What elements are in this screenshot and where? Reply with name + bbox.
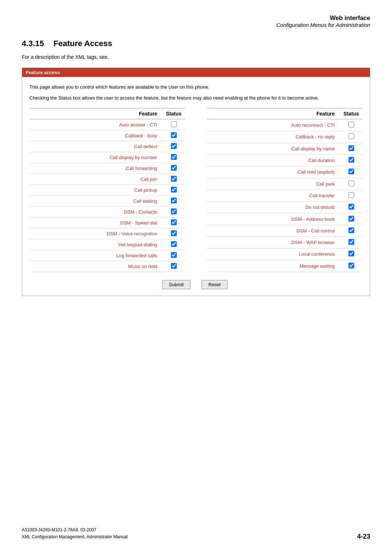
right-checkbox-10[interactable]	[348, 239, 354, 245]
left-status-cell[interactable]	[162, 261, 185, 272]
left-table-row: DSM - Voice recognition	[29, 228, 185, 239]
left-checkbox-5[interactable]	[171, 176, 177, 182]
right-status-cell[interactable]	[340, 166, 363, 178]
footer-page-number: 4-23	[357, 533, 370, 540]
left-status-cell[interactable]	[162, 228, 185, 239]
right-status-cell[interactable]	[340, 202, 363, 213]
right-status-cell[interactable]	[340, 225, 363, 236]
left-table-row: Log forwarded calls	[29, 250, 185, 261]
right-checkbox-6[interactable]	[348, 192, 354, 198]
left-status-header: Status	[162, 108, 185, 119]
left-table-row: Call deflect	[29, 141, 185, 152]
right-table-row: Local conference	[207, 248, 363, 260]
right-status-cell[interactable]	[340, 237, 363, 248]
left-status-cell[interactable]	[162, 218, 185, 228]
right-checkbox-11[interactable]	[348, 251, 354, 256]
page-footer: A31003-J4260-M101-2-76A9, 03-2007 XML Co…	[22, 527, 370, 540]
right-table-row: DSM - WAP browser	[207, 237, 363, 248]
left-status-cell[interactable]	[162, 207, 185, 218]
right-checkbox-7[interactable]	[348, 204, 354, 210]
left-checkbox-13[interactable]	[171, 263, 177, 269]
left-feature-header: Feature	[29, 108, 162, 119]
left-status-cell[interactable]	[162, 141, 185, 152]
left-table-row: Music on hold	[29, 261, 185, 272]
left-checkbox-11[interactable]	[171, 241, 177, 247]
right-table-row: DSM - Call control	[207, 225, 363, 236]
right-checkbox-12[interactable]	[348, 263, 354, 268]
desc1: This page allows you to control which fe…	[29, 84, 363, 91]
right-feature-name: DSM - Address book	[207, 213, 340, 225]
left-checkbox-7[interactable]	[171, 198, 177, 203]
left-feature-name: Call forwarding	[29, 163, 162, 174]
right-feature-table: Feature Status Auto reconnect - CTICallb…	[207, 108, 363, 272]
table-separator	[192, 108, 200, 272]
left-status-cell[interactable]	[162, 119, 185, 130]
right-table-row: Do not disturb	[207, 202, 363, 213]
right-status-cell[interactable]	[340, 143, 363, 154]
left-feature-name: Auto answer - CTI	[29, 119, 162, 130]
left-checkbox-6[interactable]	[171, 187, 177, 193]
left-checkbox-3[interactable]	[171, 154, 177, 160]
left-table-row: DSM - Speed dial	[29, 218, 185, 228]
left-feature-name: Hot keypad dialing	[29, 239, 162, 250]
left-checkbox-1[interactable]	[171, 132, 177, 138]
left-status-cell[interactable]	[162, 185, 185, 196]
right-feature-name: Local conference	[207, 248, 340, 260]
footer-left: A31003-J4260-M101-2-76A9, 03-2007 XML Co…	[22, 527, 128, 540]
right-checkbox-3[interactable]	[348, 157, 354, 163]
right-status-cell[interactable]	[340, 178, 363, 190]
left-feature-name: Callback - busy	[29, 130, 162, 141]
right-status-cell[interactable]	[340, 213, 363, 225]
left-status-cell[interactable]	[162, 239, 185, 250]
right-status-cell[interactable]	[340, 260, 363, 272]
left-checkbox-12[interactable]	[171, 252, 177, 258]
right-feature-name: Auto reconnect - CTI	[207, 119, 340, 131]
left-status-cell[interactable]	[162, 130, 185, 141]
left-checkbox-4[interactable]	[171, 165, 177, 171]
left-checkbox-8[interactable]	[171, 208, 177, 214]
right-checkbox-9[interactable]	[348, 227, 354, 233]
left-status-cell[interactable]	[162, 163, 185, 174]
left-table-row: Auto answer - CTI	[29, 119, 185, 130]
right-feature-name: Call hold (explicit)	[207, 166, 340, 178]
submit-button[interactable]: Submit	[162, 280, 191, 289]
footer-line1: A31003-J4260-M101-2-76A9, 03-2007	[22, 527, 128, 534]
right-status-cell[interactable]	[340, 119, 363, 131]
right-feature-name: Call display by name	[207, 143, 340, 154]
left-checkbox-9[interactable]	[171, 219, 177, 225]
left-status-cell[interactable]	[162, 250, 185, 261]
footer-line2: XML Configuration Management, Administra…	[22, 534, 128, 540]
right-feature-name: Do not disturb	[207, 202, 340, 213]
right-checkbox-5[interactable]	[348, 181, 354, 186]
reset-button[interactable]: Reset	[201, 280, 228, 289]
right-table-row: Message waiting	[207, 260, 363, 272]
left-status-cell[interactable]	[162, 196, 185, 207]
right-table-row: Auto reconnect - CTI	[207, 119, 363, 131]
feature-access-title-bar: Feature access	[22, 68, 370, 77]
left-checkbox-0[interactable]	[171, 121, 177, 127]
left-status-cell[interactable]	[162, 174, 185, 185]
right-checkbox-8[interactable]	[348, 216, 354, 222]
right-checkbox-1[interactable]	[348, 133, 354, 139]
left-checkbox-10[interactable]	[171, 230, 177, 236]
right-checkbox-0[interactable]	[348, 122, 354, 127]
right-status-cell[interactable]	[340, 131, 363, 143]
right-status-cell[interactable]	[340, 154, 363, 166]
left-table-row: Call waiting	[29, 196, 185, 207]
right-status-cell[interactable]	[340, 248, 363, 260]
intro-text: For a description of the XML tags, see.	[22, 53, 370, 61]
section-number: 4.3.15	[22, 39, 44, 48]
left-feature-table: Feature Status Auto answer - CTICallback…	[29, 108, 185, 272]
right-table-row: Call duration	[207, 154, 363, 166]
right-table-row: Call park	[207, 178, 363, 190]
right-status-cell[interactable]	[340, 190, 363, 201]
right-table-row: Call hold (explicit)	[207, 166, 363, 178]
left-table-row: Call join	[29, 174, 185, 185]
right-checkbox-2[interactable]	[348, 145, 354, 151]
left-checkbox-2[interactable]	[171, 143, 177, 149]
page-header: Web interface Configuration Menus for Ad…	[22, 15, 370, 28]
left-feature-name: DSM - Speed dial	[29, 218, 162, 228]
right-feature-name: Message waiting	[207, 260, 340, 272]
left-status-cell[interactable]	[162, 152, 185, 163]
right-checkbox-4[interactable]	[348, 169, 354, 174]
